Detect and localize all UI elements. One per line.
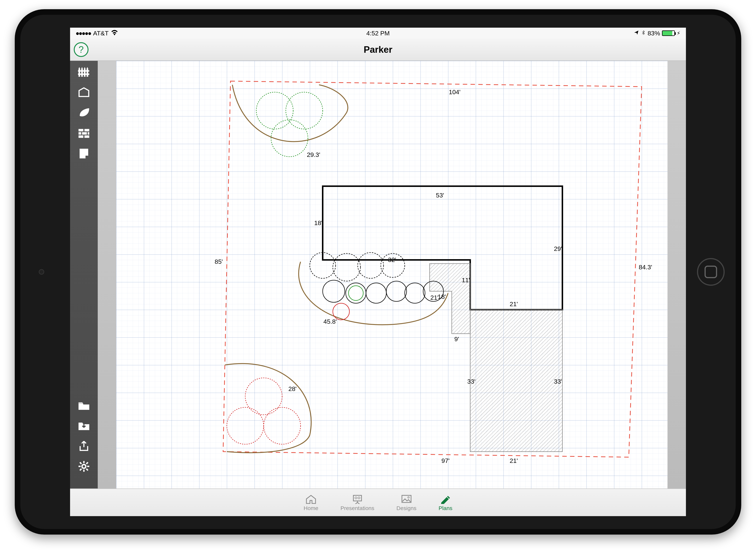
dimension-label: 45.8' (323, 318, 337, 325)
home-icon (304, 494, 318, 504)
tab-presentations[interactable]: Presentations (341, 494, 374, 511)
svg-rect-16 (84, 136, 89, 138)
svg-marker-5 (81, 67, 83, 69)
image-icon (399, 494, 413, 504)
signal-strength-icon: ●●●●● (76, 30, 91, 37)
svg-rect-46 (353, 495, 361, 501)
svg-point-28 (256, 92, 293, 129)
brick-icon (77, 126, 90, 139)
easel-icon (351, 494, 364, 504)
pencil-icon (439, 494, 452, 504)
battery-percentage: 83% (648, 30, 660, 37)
svg-point-30 (271, 120, 308, 157)
front-camera (39, 269, 44, 274)
canvas-right-edge (668, 61, 686, 488)
svg-rect-9 (78, 74, 89, 75)
svg-rect-14 (88, 132, 89, 135)
dimension-label: 53' (435, 192, 445, 199)
svg-rect-3 (87, 69, 88, 77)
dimension-label: 28' (288, 385, 297, 392)
clock: 4:52 PM (277, 30, 479, 37)
help-button[interactable]: ? (74, 42, 88, 57)
save-file-button[interactable] (76, 420, 92, 431)
svg-point-36 (358, 252, 384, 279)
dimension-label: 104' (448, 88, 461, 96)
leaf-icon (77, 106, 90, 119)
svg-point-29 (286, 92, 323, 129)
navigation-bar: ? Parker (70, 39, 686, 61)
dimension-label: 97' (441, 457, 450, 464)
svg-rect-8 (78, 70, 89, 72)
svg-line-22 (80, 462, 81, 464)
wifi-icon (111, 30, 118, 37)
svg-rect-2 (84, 69, 86, 77)
svg-line-24 (86, 462, 88, 464)
svg-marker-7 (87, 67, 88, 69)
fence-tool[interactable] (76, 66, 92, 77)
ipad-device-frame: ●●●●● AT&T 4:52 PM 83% ⚡︎ (15, 9, 741, 535)
svg-rect-27 (470, 310, 562, 452)
svg-point-44 (349, 286, 363, 301)
grid-paper: 104' 29.3' 53' 18' 85' 84.3' 29' 32' 11'… (116, 61, 668, 488)
tab-label: Presentations (341, 505, 374, 511)
dimension-label: 33' (553, 378, 563, 385)
home-button[interactable] (697, 258, 725, 286)
notes-tool[interactable] (76, 148, 92, 159)
tab-bar: Home Presentations Designs Plans (70, 488, 686, 516)
dimension-label: 21' (509, 457, 519, 464)
question-icon: ? (79, 44, 84, 55)
screen: ●●●●● AT&T 4:52 PM 83% ⚡︎ (70, 28, 686, 516)
svg-point-47 (355, 497, 357, 499)
tab-label: Home (304, 505, 318, 511)
svg-rect-13 (82, 132, 87, 135)
svg-rect-11 (84, 129, 89, 132)
svg-rect-12 (79, 132, 81, 135)
svg-point-38 (323, 280, 345, 302)
svg-point-35 (333, 253, 361, 281)
plan-canvas[interactable]: 104' 29.3' 53' 18' 85' 84.3' 29' 32' 11'… (98, 61, 686, 488)
note-icon (77, 147, 90, 159)
svg-rect-0 (79, 69, 80, 77)
svg-point-41 (386, 281, 406, 301)
folder-icon (77, 399, 90, 412)
svg-point-32 (227, 407, 264, 444)
svg-marker-4 (79, 67, 80, 69)
svg-rect-10 (79, 129, 83, 132)
open-file-button[interactable] (76, 400, 92, 411)
dimension-label: 84.3' (638, 263, 653, 271)
svg-point-33 (264, 407, 301, 444)
tab-label: Designs (396, 505, 417, 511)
battery-icon (662, 30, 675, 36)
fence-icon (77, 65, 90, 78)
tab-home[interactable]: Home (304, 494, 318, 511)
dimension-label: 29' (553, 245, 563, 252)
plant-tool[interactable] (76, 107, 92, 118)
dimension-label: 33' (466, 378, 476, 385)
hardscape-tool[interactable] (76, 127, 92, 138)
dimension-label: 9' (454, 335, 460, 343)
share-icon (77, 440, 90, 453)
dimension-label: 11' (461, 276, 470, 284)
dimension-label: 85' (214, 258, 223, 265)
tab-label: Plans (439, 505, 452, 511)
dimension-label: 32' (387, 256, 397, 263)
tab-plans[interactable]: Plans (439, 494, 452, 511)
svg-point-31 (245, 378, 282, 415)
charging-icon: ⚡︎ (677, 30, 680, 36)
house-shape-tool[interactable] (76, 87, 92, 98)
plan-drawing (116, 61, 668, 488)
house-icon (77, 86, 90, 99)
svg-point-42 (405, 283, 425, 303)
share-button[interactable] (76, 441, 92, 452)
svg-rect-15 (79, 136, 83, 138)
svg-point-17 (82, 465, 86, 468)
settings-button[interactable] (76, 461, 92, 472)
folder-download-icon (77, 419, 90, 432)
svg-point-45 (333, 303, 350, 320)
dimension-label: 18' (313, 219, 323, 227)
dimension-label: 21' (430, 294, 439, 301)
tab-designs[interactable]: Designs (396, 494, 417, 511)
location-icon (633, 30, 639, 37)
svg-point-48 (358, 497, 360, 499)
svg-point-40 (366, 283, 386, 303)
